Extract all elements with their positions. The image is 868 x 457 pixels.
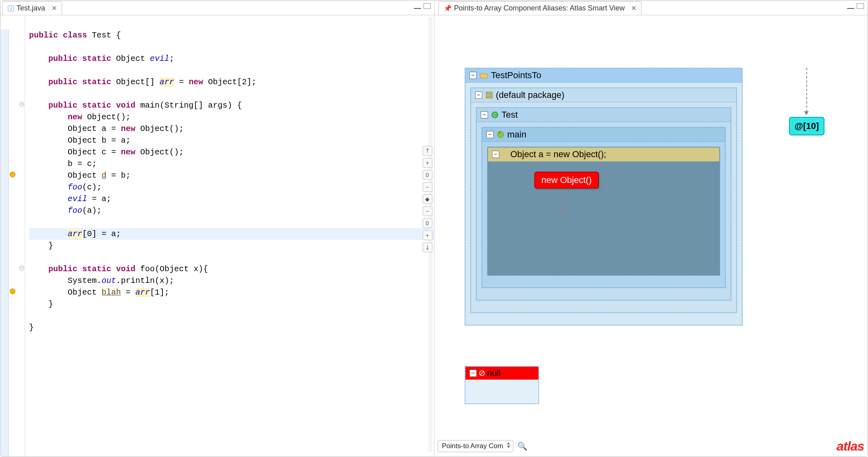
arrow-head-icon bbox=[560, 211, 565, 215]
statement-body: new Object() bbox=[488, 162, 719, 234]
analysis-selector[interactable]: Points-to Array Com ▲▼ bbox=[438, 440, 513, 452]
pin-icon: 📌 bbox=[444, 4, 452, 12]
fold-marker[interactable]: − bbox=[9, 100, 25, 109]
code-body[interactable]: public class Test { public static Object… bbox=[25, 15, 434, 456]
search-icon[interactable]: 🔍 bbox=[517, 441, 527, 451]
null-icon bbox=[479, 370, 485, 376]
collapse-icon[interactable]: − bbox=[481, 111, 488, 118]
code-line[interactable]: public static void foo(Object x){ bbox=[29, 263, 434, 275]
side-button[interactable]: 0 bbox=[423, 170, 432, 180]
smartview-tab[interactable]: 📌 Points-to Array Component Aliases: Atl… bbox=[438, 1, 642, 15]
code-line[interactable]: arr[0] = a; bbox=[29, 228, 434, 240]
collapse-icon[interactable]: − bbox=[486, 131, 494, 138]
statement-node[interactable]: − Object a = new Object(); new Object() bbox=[487, 147, 720, 276]
null-node[interactable]: − null bbox=[465, 366, 539, 404]
fold-strip bbox=[1, 29, 9, 456]
code-line[interactable]: new Object(); bbox=[29, 111, 434, 123]
method-header[interactable]: − S main bbox=[482, 128, 725, 142]
warning-marker[interactable] bbox=[9, 170, 25, 179]
null-label: null bbox=[487, 368, 501, 378]
class-label: Test bbox=[502, 110, 518, 120]
package-node[interactable]: − (default package) − C bbox=[470, 87, 737, 313]
editor-panel-controls bbox=[414, 3, 431, 9]
statement-label: Object a = new Object(); bbox=[511, 149, 606, 160]
project-node[interactable]: − TestPointsTo − (default package) bbox=[465, 68, 743, 326]
arrow bbox=[806, 68, 807, 112]
code-line[interactable]: foo(a); bbox=[29, 205, 434, 216]
chevron-updown-icon: ▲▼ bbox=[507, 441, 511, 449]
close-tab-icon[interactable]: ✕ bbox=[631, 4, 636, 12]
side-button[interactable]: + bbox=[423, 231, 432, 240]
smartview-bottom-bar: Points-to Array Com ▲▼ 🔍 atlas bbox=[438, 439, 864, 453]
code-line[interactable]: Object blah = arr[1]; bbox=[29, 287, 434, 298]
code-line[interactable]: public static void main(String[] args) { bbox=[29, 100, 434, 111]
code-line[interactable]: Object c = new Object(); bbox=[29, 146, 434, 158]
package-header[interactable]: − (default package) bbox=[471, 88, 736, 102]
smartview-tab-bar: 📌 Points-to Array Component Aliases: Atl… bbox=[434, 1, 868, 15]
code-line[interactable]: } bbox=[29, 298, 434, 310]
maximize-icon[interactable] bbox=[424, 3, 431, 9]
fold-minus-icon[interactable]: − bbox=[19, 102, 24, 107]
collapse-icon[interactable]: − bbox=[469, 72, 477, 79]
instantiation-node[interactable]: new Object() bbox=[534, 172, 599, 189]
package-icon bbox=[486, 91, 493, 99]
smartview-tab-title: Points-to Array Component Aliases: Atlas… bbox=[454, 4, 625, 12]
smart-view-panel: 📌 Points-to Array Component Aliases: Atl… bbox=[434, 1, 868, 456]
minimize-icon[interactable] bbox=[414, 3, 421, 9]
class-header[interactable]: − C Test bbox=[477, 108, 731, 122]
folder-icon bbox=[480, 72, 488, 79]
code-line[interactable]: System.out.println(x); bbox=[29, 275, 434, 287]
method-label: main bbox=[507, 129, 527, 140]
code-line[interactable]: public static Object evil; bbox=[29, 53, 434, 64]
project-header[interactable]: − TestPointsTo bbox=[465, 69, 742, 83]
editor-tab-test-java[interactable]: J Test.java ✕ bbox=[2, 1, 62, 15]
code-line[interactable]: public class Test { bbox=[29, 29, 434, 41]
code-line[interactable] bbox=[29, 251, 434, 263]
code-line[interactable] bbox=[29, 41, 434, 53]
code-line[interactable] bbox=[29, 216, 434, 228]
code-line[interactable]: evil = a; bbox=[29, 193, 434, 205]
side-button[interactable]: ⤓ bbox=[423, 243, 432, 252]
side-button[interactable]: ◆ bbox=[423, 194, 432, 204]
warning-icon bbox=[10, 289, 15, 294]
side-button[interactable]: ⤒ bbox=[423, 146, 432, 156]
svg-text:J: J bbox=[10, 6, 12, 11]
code-line[interactable]: public static Object[] arr = new Object[… bbox=[29, 76, 434, 88]
gutter[interactable]: −− bbox=[9, 15, 25, 456]
maximize-icon[interactable] bbox=[857, 3, 864, 9]
collapse-icon[interactable]: − bbox=[475, 91, 482, 99]
code-line[interactable] bbox=[29, 88, 434, 100]
method-node[interactable]: − S main bbox=[482, 127, 726, 288]
side-button[interactable]: − bbox=[423, 206, 432, 216]
collapse-icon[interactable]: − bbox=[469, 370, 477, 377]
array-node[interactable]: @[10] bbox=[789, 117, 825, 135]
fold-marker[interactable]: − bbox=[9, 263, 25, 273]
null-header[interactable]: − null bbox=[465, 367, 538, 380]
warning-marker[interactable] bbox=[9, 287, 25, 296]
graph-canvas[interactable]: − TestPointsTo − (default package) bbox=[434, 15, 868, 456]
svg-rect-25 bbox=[490, 92, 492, 95]
side-button[interactable]: − bbox=[423, 182, 432, 192]
code-area[interactable]: −− public class Test { public static Obj… bbox=[1, 15, 434, 456]
close-tab-icon[interactable]: ✕ bbox=[52, 4, 57, 12]
collapse-icon[interactable]: − bbox=[492, 151, 499, 158]
code-line[interactable]: Object d = b; bbox=[29, 170, 434, 181]
arrow-head-icon bbox=[804, 111, 809, 115]
code-line[interactable]: } bbox=[29, 240, 434, 251]
class-icon: C bbox=[491, 111, 498, 118]
java-file-icon: J bbox=[8, 5, 14, 12]
side-button[interactable]: 0 bbox=[423, 218, 432, 228]
statement-header[interactable]: − Object a = new Object(); bbox=[488, 147, 719, 162]
code-line[interactable]: } bbox=[29, 322, 434, 333]
code-line[interactable]: b = c; bbox=[29, 158, 434, 170]
svg-rect-24 bbox=[486, 92, 489, 95]
code-line[interactable] bbox=[29, 64, 434, 76]
code-line[interactable]: foo(c); bbox=[29, 181, 434, 193]
code-line[interactable]: Object b = a; bbox=[29, 135, 434, 146]
code-line[interactable]: Object a = new Object(); bbox=[29, 123, 434, 135]
fold-minus-icon[interactable]: − bbox=[19, 266, 24, 270]
code-line[interactable] bbox=[29, 310, 434, 322]
class-node[interactable]: − C Test − bbox=[476, 107, 731, 301]
minimize-icon[interactable] bbox=[847, 3, 854, 9]
side-button[interactable]: + bbox=[423, 158, 432, 168]
